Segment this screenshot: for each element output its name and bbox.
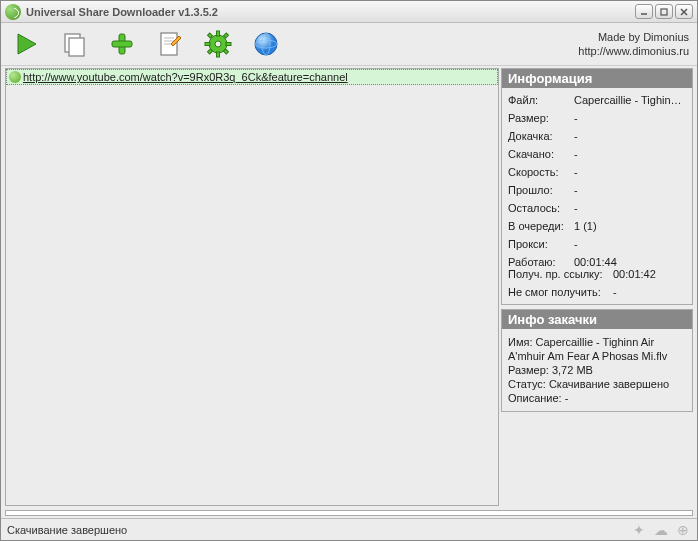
svg-rect-18	[226, 43, 231, 46]
info-box-title: Информация	[502, 69, 692, 88]
info-value: -	[574, 184, 686, 196]
info-value: Capercaillie - Tighinn Air A'r	[574, 94, 686, 106]
progress-wrap	[1, 508, 697, 518]
info-row: Скачано:-	[508, 148, 686, 160]
add-button[interactable]	[105, 27, 139, 61]
window-title: Universal Share Downloader v1.3.5.2	[26, 6, 635, 18]
play-button[interactable]	[9, 27, 43, 61]
svg-rect-17	[205, 43, 210, 46]
status-circle-icon	[9, 71, 21, 83]
info-key: Прошло:	[508, 184, 574, 196]
info-row: В очереди:1 (1)	[508, 220, 686, 232]
info-row: Размер:-	[508, 112, 686, 124]
svg-point-23	[255, 33, 277, 55]
url-row[interactable]: http://www.youtube.com/watch?v=9Rx0R3q_6…	[6, 69, 498, 85]
side-panel: Информация Файл:Capercaillie - Tighinn A…	[501, 68, 693, 506]
download-info-box: Инфо закачки Имя: Capercaillie - Tighinn…	[501, 309, 693, 412]
svg-rect-20	[224, 49, 229, 54]
edit-document-button[interactable]	[153, 27, 187, 61]
info-value: 00:01:42	[613, 268, 686, 280]
svg-rect-19	[208, 33, 213, 38]
info-row: Не смог получить:-	[508, 286, 686, 298]
info-key: Скорость:	[508, 166, 574, 178]
info-value: -	[574, 238, 686, 250]
info-row: Работаю:00:01:44	[508, 256, 686, 268]
info-key: Получ. пр. ссылку:	[508, 268, 613, 280]
info-row: Скорость:-	[508, 166, 686, 178]
download-size: Размер: 3,72 MB	[508, 363, 686, 377]
svg-rect-15	[217, 31, 220, 36]
info-key: Размер:	[508, 112, 574, 124]
info-value: -	[574, 166, 686, 178]
globe-small-icon[interactable]: ⊕	[675, 522, 691, 538]
wand-icon[interactable]: ✦	[631, 522, 647, 538]
status-icon-group: ✦ ☁ ⊕	[631, 522, 691, 538]
info-key: Не смог получить:	[508, 286, 613, 298]
info-row: Получ. пр. ссылку:00:01:42	[508, 268, 686, 280]
window-button-group	[635, 4, 693, 19]
info-value: -	[574, 202, 686, 214]
info-value: -	[574, 130, 686, 142]
download-info-title: Инфо закачки	[502, 310, 692, 329]
close-button[interactable]	[675, 4, 693, 19]
cloud-icon[interactable]: ☁	[653, 522, 669, 538]
svg-rect-6	[69, 38, 84, 56]
app-icon	[5, 4, 21, 20]
url-text: http://www.youtube.com/watch?v=9Rx0R3q_6…	[23, 71, 348, 83]
svg-marker-4	[18, 34, 36, 54]
info-row: Прокси:-	[508, 238, 686, 250]
info-row: Файл:Capercaillie - Tighinn Air A'r	[508, 94, 686, 106]
info-key: Осталось:	[508, 202, 574, 214]
download-status: Статус: Скачивание завершено	[508, 377, 686, 391]
svg-rect-1	[661, 9, 667, 15]
minimize-button[interactable]	[635, 4, 653, 19]
info-row: Докачка:-	[508, 130, 686, 142]
download-name: Имя: Capercaillie - Tighinn Air A'mhuir …	[508, 335, 686, 363]
globe-button[interactable]	[249, 27, 283, 61]
svg-rect-16	[217, 52, 220, 57]
progress-bar	[5, 510, 693, 516]
settings-button[interactable]	[201, 27, 235, 61]
credits-url: http://www.dimonius.ru	[578, 44, 689, 58]
copy-button[interactable]	[57, 27, 91, 61]
status-text: Скачивание завершено	[7, 524, 127, 536]
statusbar: Скачивание завершено ✦ ☁ ⊕	[1, 518, 697, 540]
svg-rect-8	[112, 41, 132, 47]
credits-author: Made by Dimonius	[578, 30, 689, 44]
svg-rect-22	[208, 49, 213, 54]
info-value: -	[574, 148, 686, 160]
info-key: Прокси:	[508, 238, 574, 250]
info-row: Прошло:-	[508, 184, 686, 196]
info-key: Докачка:	[508, 130, 574, 142]
info-key: Файл:	[508, 94, 574, 106]
info-key: В очереди:	[508, 220, 574, 232]
url-list-pane[interactable]: http://www.youtube.com/watch?v=9Rx0R3q_6…	[5, 68, 499, 506]
info-row: Осталось:-	[508, 202, 686, 214]
toolbar: Made by Dimonius http://www.dimonius.ru	[1, 23, 697, 65]
info-value: -	[613, 286, 686, 298]
info-box: Информация Файл:Capercaillie - Tighinn A…	[501, 68, 693, 305]
svg-rect-21	[224, 33, 229, 38]
credits: Made by Dimonius http://www.dimonius.ru	[578, 30, 689, 58]
info-value: 1 (1)	[574, 220, 686, 232]
maximize-button[interactable]	[655, 4, 673, 19]
info-key: Работаю:	[508, 256, 574, 268]
titlebar[interactable]: Universal Share Downloader v1.3.5.2	[1, 1, 697, 23]
info-value: -	[574, 112, 686, 124]
svg-point-14	[215, 41, 221, 47]
info-value: 00:01:44	[574, 256, 686, 268]
main-content: http://www.youtube.com/watch?v=9Rx0R3q_6…	[1, 65, 697, 508]
download-desc: Описание: -	[508, 391, 686, 405]
info-key: Скачано:	[508, 148, 574, 160]
app-window: Universal Share Downloader v1.3.5.2 Made…	[0, 0, 698, 541]
